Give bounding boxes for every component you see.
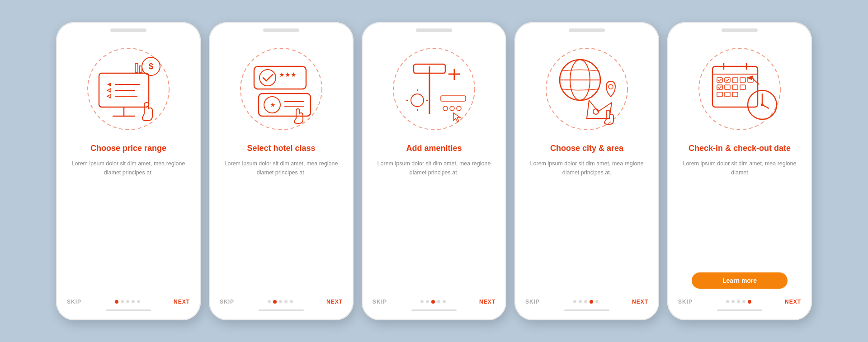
svg-rect-51 [732,78,738,82]
dot-5-5 [748,300,751,304]
phone-5: Check-in & check-out date Lorem ipsum do… [667,22,812,320]
next-2[interactable]: NEXT [326,299,343,305]
svg-rect-59 [725,92,730,97]
svg-point-43 [609,84,613,89]
svg-marker-9 [107,94,111,98]
card-4-desc: Lorem ipsum dolor sit dim amet, mea regi… [527,159,646,292]
phone-2: ★★★ ★ Select hotel class Lorem ipsum do [209,22,354,320]
next-5[interactable]: NEXT [785,299,801,305]
dots-3 [420,300,446,304]
dot-1-2 [121,300,124,303]
card-2-title: Select hotel class [247,143,315,154]
phone-bar-1 [106,309,151,311]
card-3-title: Add amenities [406,143,462,154]
dot-4-4 [590,300,593,304]
svg-rect-19 [259,94,311,116]
dot-4-3 [584,300,587,303]
dot-4-1 [573,300,576,303]
card-4-title: Choose city & area [550,143,623,154]
phone-content-2: ★★★ ★ Select hotel class Lorem ipsum do [209,35,354,297]
dot-3-4 [437,300,440,303]
dot-5-4 [742,300,745,303]
svg-rect-45 [712,66,758,107]
next-3[interactable]: NEXT [479,299,495,305]
dot-5-2 [731,300,735,303]
skip-1[interactable]: SKIP [67,299,81,305]
dot-3-5 [443,300,446,303]
dot-3-3 [431,300,435,304]
dot-1-3 [126,300,129,303]
phone-notch-5 [722,28,758,32]
dot-2-3 [279,300,282,303]
dot-2-4 [284,300,288,303]
phone-4-bottom: SKIP NEXT [514,299,659,305]
phone-bar-5 [717,309,762,311]
hotel-class-icon: ★★★ ★ [231,39,331,139]
dot-4-5 [595,300,599,303]
city-area-icon [537,39,637,139]
svg-rect-58 [717,92,722,97]
next-1[interactable]: NEXT [174,299,190,305]
svg-rect-56 [732,85,738,89]
phone-1-bottom: SKIP NEXT [56,299,201,305]
dot-1-5 [137,300,140,303]
svg-marker-7 [107,83,111,86]
svg-text:$: $ [149,62,153,71]
dot-2-5 [290,300,293,303]
svg-rect-55 [725,85,730,89]
dot-1-4 [132,300,135,303]
dot-4-2 [579,300,582,303]
phones-container: $ Choose price range Lorem ipsum dolor s… [42,9,826,334]
dots-2 [268,300,293,304]
svg-point-24 [393,48,475,130]
card-5-desc: Lorem ipsum dolor sit dim amet, mea regi… [680,159,799,272]
dot-2-2 [273,300,277,304]
phone-5-bottom: SKIP NEXT [667,299,812,305]
svg-rect-12 [135,63,138,72]
card-1-desc: Lorem ipsum dolor sit dim amet, mea regi… [69,159,188,292]
svg-text:★★★: ★★★ [279,71,297,78]
phone-content-5: Check-in & check-out date Lorem ipsum do… [667,35,812,297]
phone-bar-3 [411,309,457,311]
svg-point-17 [259,70,276,86]
dots-1 [115,300,140,304]
dot-5-3 [737,300,740,303]
dots-5 [726,300,751,304]
amenities-icon [384,39,484,139]
dots-4 [573,300,599,304]
skip-4[interactable]: SKIP [525,299,540,305]
svg-marker-8 [107,89,111,92]
skip-5[interactable]: SKIP [678,299,693,305]
skip-2[interactable]: SKIP [220,299,234,305]
phone-notch-1 [110,28,146,32]
svg-rect-49 [717,78,722,82]
card-5-title: Check-in & check-out date [689,143,791,154]
card-2-desc: Lorem ipsum dolor sit dim amet, mea regi… [222,159,341,292]
next-4[interactable]: NEXT [632,299,648,305]
phone-2-bottom: SKIP NEXT [209,299,354,305]
checkin-icon [690,39,789,139]
phone-notch-3 [416,28,452,32]
svg-text:★: ★ [270,101,276,108]
svg-rect-54 [717,85,722,89]
phone-content-4: Choose city & area Lorem ipsum dolor sit… [514,35,659,297]
dot-5-1 [726,300,729,303]
svg-rect-34 [441,96,466,101]
skip-3[interactable]: SKIP [373,299,387,305]
svg-rect-13 [139,66,142,72]
svg-point-64 [761,103,764,106]
phone-notch-2 [263,28,299,32]
phone-4: Choose city & area Lorem ipsum dolor sit… [514,22,659,320]
svg-point-0 [88,48,169,130]
dot-3-2 [426,300,429,303]
phone-bar-4 [564,309,609,311]
learn-more-button[interactable]: Learn more [692,272,787,289]
phone-content-1: $ Choose price range Lorem ipsum dolor s… [56,35,201,297]
svg-point-27 [411,94,424,107]
card-3-desc: Lorem ipsum dolor sit dim amet, mea regi… [374,159,494,292]
phone-3: Add amenities Lorem ipsum dolor sit dim … [362,22,506,320]
dot-1-1 [115,300,118,304]
svg-rect-50 [725,78,730,82]
dot-3-1 [420,300,424,303]
svg-rect-52 [740,78,745,82]
